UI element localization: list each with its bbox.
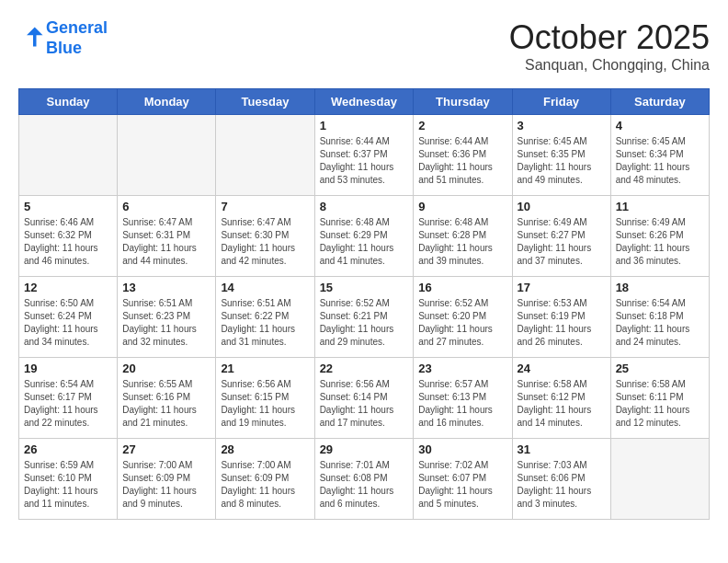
page-header: General Blue October 2025 Sanquan, Chong…	[18, 18, 710, 74]
day-number: 8	[320, 200, 409, 213]
calendar-cell: 22Sunrise: 6:56 AM Sunset: 6:14 PM Dayli…	[314, 358, 414, 439]
calendar-cell: 18Sunrise: 6:54 AM Sunset: 6:18 PM Dayli…	[610, 277, 709, 358]
day-number: 14	[221, 281, 309, 294]
day-number: 25	[616, 362, 704, 375]
day-number: 6	[122, 200, 210, 213]
day-number: 4	[616, 119, 704, 132]
day-header-thursday: Thursday	[414, 89, 512, 115]
title-section: October 2025 Sanquan, Chongqing, China	[509, 18, 710, 74]
day-number: 5	[24, 200, 112, 213]
calendar-cell	[216, 115, 314, 196]
calendar-cell: 26Sunrise: 6:59 AM Sunset: 6:10 PM Dayli…	[19, 439, 118, 520]
day-info: Sunrise: 7:02 AM Sunset: 6:07 PM Dayligh…	[418, 459, 506, 511]
day-info: Sunrise: 6:59 AM Sunset: 6:10 PM Dayligh…	[24, 459, 112, 511]
day-number: 10	[518, 200, 606, 213]
day-info: Sunrise: 7:01 AM Sunset: 6:08 PM Dayligh…	[320, 459, 409, 511]
day-number: 16	[418, 281, 506, 294]
day-info: Sunrise: 6:58 AM Sunset: 6:11 PM Dayligh…	[616, 378, 704, 430]
calendar-cell: 17Sunrise: 6:53 AM Sunset: 6:19 PM Dayli…	[512, 277, 610, 358]
day-header-sunday: Sunday	[19, 89, 118, 115]
calendar-cell: 30Sunrise: 7:02 AM Sunset: 6:07 PM Dayli…	[414, 439, 512, 520]
day-info: Sunrise: 6:48 AM Sunset: 6:29 PM Dayligh…	[320, 216, 409, 268]
calendar-cell: 7Sunrise: 6:47 AM Sunset: 6:30 PM Daylig…	[216, 196, 314, 277]
day-info: Sunrise: 6:46 AM Sunset: 6:32 PM Dayligh…	[24, 216, 112, 268]
calendar-week-row: 12Sunrise: 6:50 AM Sunset: 6:24 PM Dayli…	[19, 277, 710, 358]
day-info: Sunrise: 6:53 AM Sunset: 6:19 PM Dayligh…	[518, 297, 606, 349]
logo-icon	[20, 24, 46, 50]
calendar-cell: 24Sunrise: 6:58 AM Sunset: 6:12 PM Dayli…	[512, 358, 610, 439]
day-number: 22	[320, 362, 409, 375]
day-info: Sunrise: 6:47 AM Sunset: 6:31 PM Dayligh…	[122, 216, 210, 268]
day-info: Sunrise: 6:52 AM Sunset: 6:21 PM Dayligh…	[320, 297, 409, 349]
calendar-cell: 13Sunrise: 6:51 AM Sunset: 6:23 PM Dayli…	[118, 277, 216, 358]
calendar-cell: 9Sunrise: 6:48 AM Sunset: 6:28 PM Daylig…	[414, 196, 512, 277]
day-number: 2	[418, 119, 506, 132]
calendar-cell: 14Sunrise: 6:51 AM Sunset: 6:22 PM Dayli…	[216, 277, 314, 358]
calendar-cell: 2Sunrise: 6:44 AM Sunset: 6:36 PM Daylig…	[414, 115, 512, 196]
logo-text: General Blue	[46, 18, 108, 58]
calendar-week-row: 26Sunrise: 6:59 AM Sunset: 6:10 PM Dayli…	[19, 439, 710, 520]
day-info: Sunrise: 7:00 AM Sunset: 6:09 PM Dayligh…	[221, 459, 309, 511]
calendar-week-row: 19Sunrise: 6:54 AM Sunset: 6:17 PM Dayli…	[19, 358, 710, 439]
calendar-cell: 5Sunrise: 6:46 AM Sunset: 6:32 PM Daylig…	[19, 196, 118, 277]
calendar-cell: 31Sunrise: 7:03 AM Sunset: 6:06 PM Dayli…	[512, 439, 610, 520]
day-number: 9	[418, 200, 506, 213]
day-number: 3	[518, 119, 606, 132]
calendar-cell	[610, 439, 709, 520]
day-info: Sunrise: 6:54 AM Sunset: 6:18 PM Dayligh…	[616, 297, 704, 349]
month-title: October 2025	[509, 18, 710, 57]
day-info: Sunrise: 6:48 AM Sunset: 6:28 PM Dayligh…	[418, 216, 506, 268]
day-info: Sunrise: 6:49 AM Sunset: 6:26 PM Dayligh…	[616, 216, 704, 268]
day-info: Sunrise: 6:49 AM Sunset: 6:27 PM Dayligh…	[518, 216, 606, 268]
calendar-cell	[118, 115, 216, 196]
calendar-cell: 27Sunrise: 7:00 AM Sunset: 6:09 PM Dayli…	[118, 439, 216, 520]
day-number: 30	[418, 442, 506, 456]
day-number: 1	[320, 119, 409, 132]
day-number: 13	[122, 281, 210, 294]
calendar-week-row: 1Sunrise: 6:44 AM Sunset: 6:37 PM Daylig…	[19, 115, 710, 196]
day-info: Sunrise: 7:00 AM Sunset: 6:09 PM Dayligh…	[122, 459, 210, 511]
day-number: 26	[24, 442, 112, 456]
day-header-monday: Monday	[118, 89, 216, 115]
day-header-tuesday: Tuesday	[216, 89, 314, 115]
day-header-friday: Friday	[512, 89, 610, 115]
logo-line1: General	[46, 18, 108, 37]
day-info: Sunrise: 6:56 AM Sunset: 6:15 PM Dayligh…	[221, 378, 309, 430]
day-info: Sunrise: 7:03 AM Sunset: 6:06 PM Dayligh…	[518, 459, 606, 511]
calendar-cell: 21Sunrise: 6:56 AM Sunset: 6:15 PM Dayli…	[216, 358, 314, 439]
day-info: Sunrise: 6:56 AM Sunset: 6:14 PM Dayligh…	[320, 378, 409, 430]
calendar-cell: 10Sunrise: 6:49 AM Sunset: 6:27 PM Dayli…	[512, 196, 610, 277]
day-info: Sunrise: 6:54 AM Sunset: 6:17 PM Dayligh…	[24, 378, 112, 430]
calendar-cell: 3Sunrise: 6:45 AM Sunset: 6:35 PM Daylig…	[512, 115, 610, 196]
logo-line2: Blue	[46, 39, 82, 57]
day-number: 28	[221, 442, 309, 456]
day-info: Sunrise: 6:58 AM Sunset: 6:12 PM Dayligh…	[518, 378, 606, 430]
day-info: Sunrise: 6:50 AM Sunset: 6:24 PM Dayligh…	[24, 297, 112, 349]
day-info: Sunrise: 6:55 AM Sunset: 6:16 PM Dayligh…	[122, 378, 210, 430]
calendar-cell: 12Sunrise: 6:50 AM Sunset: 6:24 PM Dayli…	[19, 277, 118, 358]
svg-marker-0	[27, 27, 43, 46]
day-number: 11	[616, 200, 704, 213]
location: Sanquan, Chongqing, China	[509, 57, 710, 74]
calendar-cell: 25Sunrise: 6:58 AM Sunset: 6:11 PM Dayli…	[610, 358, 709, 439]
calendar-cell	[19, 115, 118, 196]
day-number: 21	[221, 362, 309, 375]
calendar-table: SundayMondayTuesdayWednesdayThursdayFrid…	[18, 88, 710, 520]
day-number: 23	[418, 362, 506, 375]
day-number: 18	[616, 281, 704, 294]
day-number: 12	[24, 281, 112, 294]
calendar-cell: 23Sunrise: 6:57 AM Sunset: 6:13 PM Dayli…	[414, 358, 512, 439]
day-number: 19	[24, 362, 112, 375]
calendar-cell: 16Sunrise: 6:52 AM Sunset: 6:20 PM Dayli…	[414, 277, 512, 358]
day-info: Sunrise: 6:47 AM Sunset: 6:30 PM Dayligh…	[221, 216, 309, 268]
calendar-cell: 8Sunrise: 6:48 AM Sunset: 6:29 PM Daylig…	[314, 196, 414, 277]
calendar-cell: 29Sunrise: 7:01 AM Sunset: 6:08 PM Dayli…	[314, 439, 414, 520]
calendar-cell: 6Sunrise: 6:47 AM Sunset: 6:31 PM Daylig…	[118, 196, 216, 277]
day-info: Sunrise: 6:45 AM Sunset: 6:34 PM Dayligh…	[616, 135, 704, 187]
day-info: Sunrise: 6:57 AM Sunset: 6:13 PM Dayligh…	[418, 378, 506, 430]
day-header-wednesday: Wednesday	[314, 89, 414, 115]
day-info: Sunrise: 6:51 AM Sunset: 6:23 PM Dayligh…	[122, 297, 210, 349]
day-number: 17	[518, 281, 606, 294]
day-number: 31	[518, 442, 606, 456]
day-number: 29	[320, 442, 409, 456]
